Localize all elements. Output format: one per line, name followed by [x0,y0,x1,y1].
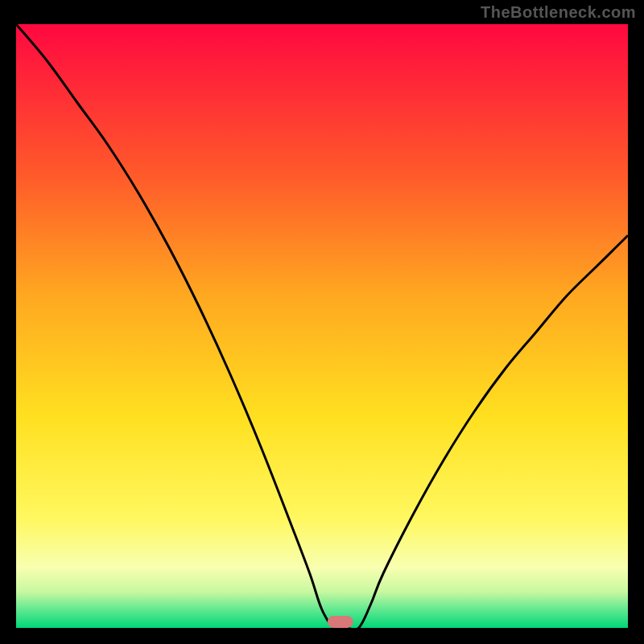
plot-area [16,24,628,628]
chart-frame: TheBottleneck.com [0,0,644,644]
optimal-marker [328,616,353,628]
gradient-background [16,24,628,628]
bottleneck-chart [16,24,628,628]
watermark-text: TheBottleneck.com [481,3,636,22]
